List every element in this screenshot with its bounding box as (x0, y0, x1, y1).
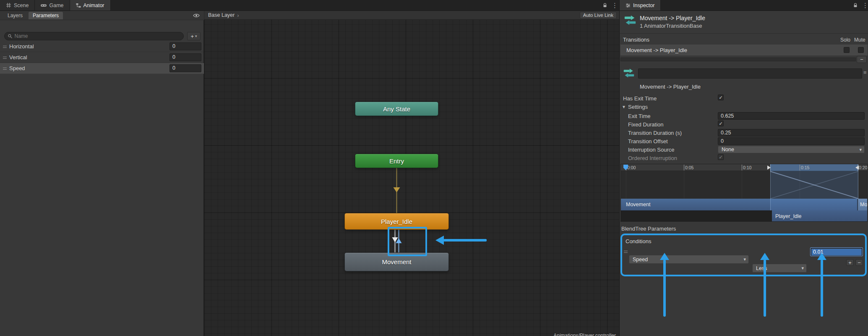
parameter-name: Speed (9, 65, 25, 71)
tab-game-label: Game (49, 3, 63, 8)
tab-layers[interactable]: Layers (3, 12, 27, 19)
ordered-interruption-checkbox: ✓ (718, 154, 724, 160)
transition-offset-field[interactable]: 0 (718, 137, 865, 145)
tab-inspector[interactable]: Inspector (620, 0, 661, 10)
annotation-arrow-shaft (663, 260, 666, 317)
drag-handle-icon (3, 57, 7, 59)
search-input[interactable] (15, 33, 180, 39)
tab-scene-label: Scene (14, 3, 29, 8)
divider (620, 33, 868, 34)
tab-inspector-label: Inspector (633, 3, 654, 8)
left-panel-tab-bar: Layers Parameters (0, 11, 204, 20)
chevron-down-icon: ▾ (195, 34, 197, 38)
lock-icon[interactable] (602, 3, 607, 9)
annotation-arrow-up-icon (760, 253, 769, 260)
plus-icon: + (190, 33, 194, 39)
remove-transition-button[interactable]: − (857, 56, 867, 63)
transition-list-item[interactable]: Movement -> Player_Idle (620, 45, 868, 55)
tick-label: 0:15 (801, 165, 809, 170)
fixed-duration-label: Fixed Duration (628, 121, 664, 128)
tick-label: 0:10 (743, 165, 751, 170)
controller-path: Animations/Player.controller (553, 333, 616, 336)
transition-offset-label: Transition Offset (628, 138, 668, 144)
inspector-subtitle: 1 AnimatorTransitionBase (640, 23, 702, 29)
left-panel: Layers Parameters +▾ Horizontal 0 Vertic… (0, 11, 204, 336)
has-exit-time-checkbox[interactable]: ✓ (718, 94, 724, 100)
list-footer-strip (620, 58, 856, 61)
transition-duration-field[interactable]: 0.25 (718, 129, 865, 136)
annotation-rectangle (388, 227, 427, 256)
check-icon: ✓ (719, 155, 722, 160)
transition-detail-title: Movement -> Player_Idle (640, 84, 701, 90)
exit-time-field[interactable]: 0.625 (718, 112, 865, 120)
menu-icon[interactable]: ⋮ (862, 2, 868, 9)
transition-region[interactable] (770, 171, 858, 210)
solo-label: Solo (840, 37, 850, 43)
interruption-source-label: Interruption Source (628, 147, 675, 153)
transition-arrows (204, 11, 619, 336)
transition-icon (624, 14, 636, 28)
transition-name-field[interactable] (638, 68, 862, 79)
drag-handle-icon (3, 46, 7, 48)
transition-list-item-label: Movement -> Player_Idle (626, 47, 687, 53)
parameter-row-vertical[interactable]: Vertical 0 (0, 52, 204, 63)
inspector-tab-bar: Inspector ⋮ (620, 0, 868, 11)
node-entry[interactable]: Entry (355, 154, 438, 168)
parameter-value-field[interactable]: 0 (169, 42, 201, 50)
tab-animator-label: Animator (83, 3, 104, 8)
eye-icon[interactable] (193, 13, 200, 19)
transition-region-ruler[interactable] (770, 164, 858, 171)
parameter-search (4, 32, 184, 40)
annotation-arrow-shaft (443, 239, 487, 242)
transition-icon (623, 67, 635, 80)
parameter-row-speed[interactable]: Speed 0 (0, 63, 204, 74)
exit-time-label: Exit Time (628, 113, 650, 119)
main-tab-bar: Scene Game Animator ⋮ (0, 0, 619, 11)
tab-game[interactable]: Game (35, 0, 70, 10)
transition-end-marker[interactable] (855, 165, 859, 170)
lock-icon[interactable] (853, 3, 858, 9)
animator-graph[interactable]: Base Layer › Auto Live Link Any State En… (204, 11, 619, 336)
transitions-section-label: Transitions (623, 37, 649, 43)
parameter-row-horizontal[interactable]: Horizontal 0 (0, 41, 204, 52)
ordered-interruption-label: Ordered Interruption (628, 155, 677, 161)
menu-icon[interactable]: ⋮ (612, 2, 618, 9)
interruption-source-dropdown[interactable]: None ▾ (718, 146, 865, 153)
parameter-value-field[interactable]: 0 (169, 53, 201, 61)
game-icon (41, 3, 47, 8)
inspector-panel: Inspector ⋮ Movement -> Player_Idle 1 An… (619, 0, 868, 336)
inspector-icon (626, 3, 631, 8)
chevron-down-icon: ▾ (859, 147, 862, 152)
scene-icon (6, 3, 11, 8)
mute-checkbox[interactable] (858, 47, 864, 53)
check-icon: ✓ (719, 95, 722, 100)
drag-handle-icon (3, 68, 7, 70)
preset-icon[interactable]: ≡ (863, 69, 867, 76)
transition-timeline[interactable]: Movement Mov Player_Idle 0:00 0:05 0:10 … (620, 164, 868, 222)
solo-checkbox[interactable] (844, 47, 850, 53)
parameter-name: Vertical (9, 54, 27, 60)
annotation-arrow-shaft (764, 260, 766, 317)
fixed-duration-checkbox[interactable]: ✓ (718, 121, 724, 126)
tab-parameters[interactable]: Parameters (29, 12, 63, 19)
parameter-value-field[interactable]: 0 (169, 64, 201, 72)
has-exit-time-label: Has Exit Time (623, 95, 657, 102)
add-parameter-button[interactable]: +▾ (187, 32, 201, 40)
transition-duration-label: Transition Duration (s) (628, 130, 682, 136)
settings-label[interactable]: Settings (628, 104, 648, 110)
node-any-state[interactable]: Any State (355, 102, 438, 116)
tab-scene[interactable]: Scene (0, 0, 35, 10)
animator-icon (76, 3, 81, 8)
annotation-arrow-left-icon (435, 236, 444, 245)
tick-label: 0:05 (685, 165, 693, 170)
transition-start-marker[interactable] (767, 165, 771, 170)
mute-label: Mute (854, 37, 865, 43)
unity-editor-window: Scene Game Animator ⋮ Layers Parameters (0, 0, 868, 336)
annotation-rectangle (620, 234, 867, 276)
interruption-source-value: None (722, 147, 734, 152)
annotation-arrow-up-icon (817, 253, 826, 260)
settings-foldout-icon[interactable]: ▼ (622, 105, 626, 109)
tab-animator[interactable]: Animator (70, 0, 111, 10)
search-icon (8, 34, 13, 39)
parameter-name: Horizontal (9, 43, 34, 50)
